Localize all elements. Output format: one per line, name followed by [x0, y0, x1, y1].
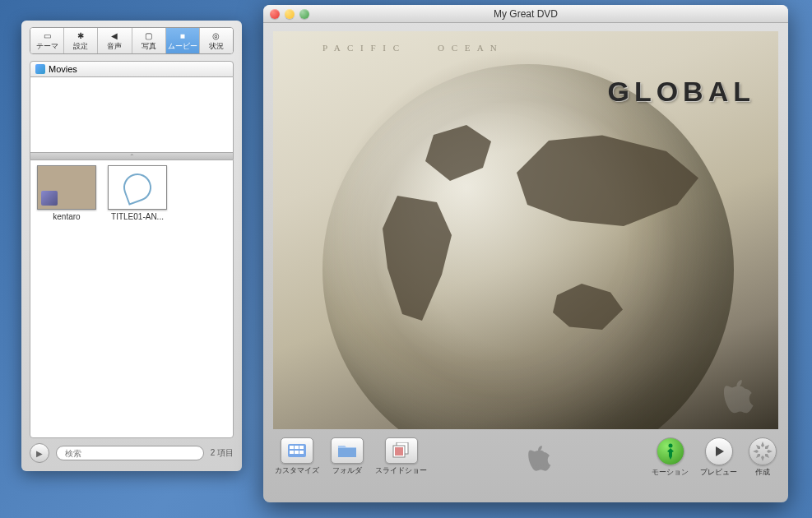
menu-title-text[interactable]: GLOBAL [607, 76, 755, 108]
tab-label: 状況 [209, 41, 224, 52]
dvd-menu-canvas[interactable]: P A C I F I C O C E A N GLOBAL [273, 31, 778, 429]
photo-icon: ▢ [143, 30, 155, 40]
tab-theme[interactable]: ▭ テーマ [30, 28, 64, 53]
movies-folder-icon [35, 64, 45, 74]
speaker-icon: ◀ [109, 30, 120, 40]
media-panel-window: ▭ テーマ ✱ 設定 ◀ 音声 ▢ 写真 ■ ムービー ◎ 状況 Movies … [21, 21, 242, 471]
tab-audio[interactable]: ◀ 音声 [98, 28, 132, 53]
svg-rect-9 [395, 447, 403, 456]
motion-icon [657, 437, 684, 465]
item-count-label: 2 項目 [211, 447, 234, 459]
tab-label: 音声 [107, 41, 122, 52]
camera-icon: ■ [177, 30, 188, 40]
zoom-button[interactable] [299, 9, 309, 19]
toolbar-label: スライドショー [375, 465, 427, 476]
map-label-pacific: P A C I F I C [322, 43, 401, 53]
tab-photo[interactable]: ▢ 写真 [132, 28, 166, 53]
toolbar-label: フォルダ [332, 465, 362, 476]
slideshow-icon [385, 437, 418, 464]
film-icon: ▭ [41, 30, 53, 40]
play-icon: ▶ [36, 449, 43, 458]
source-header-label: Movies [49, 64, 77, 74]
source-header[interactable]: Movies [30, 61, 234, 77]
folder-icon [331, 437, 364, 464]
splitter-handle[interactable]: ⌃ [30, 153, 234, 160]
folder-button[interactable]: フォルダ [331, 437, 364, 476]
svg-rect-3 [299, 446, 304, 449]
toolbar-label: カスタマイズ [275, 465, 319, 476]
tab-label: ムービー [168, 41, 197, 52]
thumbnail-item[interactable]: TITLE01-AN... [106, 165, 169, 221]
source-preview-area [30, 77, 234, 153]
thumbnail-image [108, 165, 167, 210]
svg-rect-1 [290, 446, 294, 449]
titlebar[interactable]: My Great DVD [263, 5, 788, 23]
preview-button[interactable]: プレビュー [700, 437, 737, 478]
tab-movie[interactable]: ■ ムービー [166, 28, 200, 53]
burn-button[interactable]: 作成 [749, 437, 777, 478]
svg-rect-4 [290, 451, 294, 454]
toolbar-label: 作成 [755, 467, 770, 478]
preview-icon [705, 437, 733, 465]
customize-icon [281, 437, 313, 464]
tab-label: 写真 [142, 41, 156, 52]
svg-rect-2 [295, 446, 299, 449]
tab-settings[interactable]: ✱ 設定 [64, 28, 98, 53]
thumbnail-grid: kentaro TITLE01-AN... [30, 160, 234, 438]
media-tabs: ▭ テーマ ✱ 設定 ◀ 音声 ▢ 写真 ■ ムービー ◎ 状況 [30, 27, 234, 54]
thumbnail-label: TITLE01-AN... [111, 212, 164, 221]
toolbar-label: モーション [652, 467, 689, 478]
window-title: My Great DVD [263, 8, 788, 20]
close-button[interactable] [270, 9, 280, 19]
bottom-toolbar: カスタマイズ フォルダ スライドショー モーション [263, 436, 788, 484]
gear-icon: ✱ [75, 30, 86, 40]
apple-logo-watermark [724, 380, 754, 414]
minimize-button[interactable] [285, 9, 295, 19]
tab-label: テーマ [36, 41, 58, 52]
media-panel-footer: ▶ 2 項目 [21, 438, 242, 471]
svg-point-10 [668, 444, 672, 448]
thumbnail-item[interactable]: kentaro [35, 165, 98, 221]
target-icon: ◎ [211, 30, 222, 40]
svg-rect-5 [295, 451, 299, 454]
tab-status[interactable]: ◎ 状況 [200, 28, 233, 53]
motion-button[interactable]: モーション [652, 437, 689, 478]
apple-logo-icon [528, 446, 551, 472]
main-window: My Great DVD P A C I F I C O C E A N GLO… [263, 5, 788, 502]
customize-button[interactable]: カスタマイズ [275, 437, 319, 476]
tab-label: 設定 [73, 41, 88, 52]
svg-rect-6 [299, 451, 304, 454]
play-button[interactable]: ▶ [30, 443, 49, 463]
map-label-ocean: O C E A N [438, 43, 499, 53]
slideshow-button[interactable]: スライドショー [375, 437, 427, 476]
thumbnail-label: kentaro [53, 212, 80, 221]
toolbar-label: プレビュー [700, 467, 737, 478]
burn-icon [749, 437, 777, 465]
thumbnail-image [37, 165, 96, 210]
search-input[interactable] [56, 446, 204, 460]
traffic-lights [263, 9, 309, 19]
